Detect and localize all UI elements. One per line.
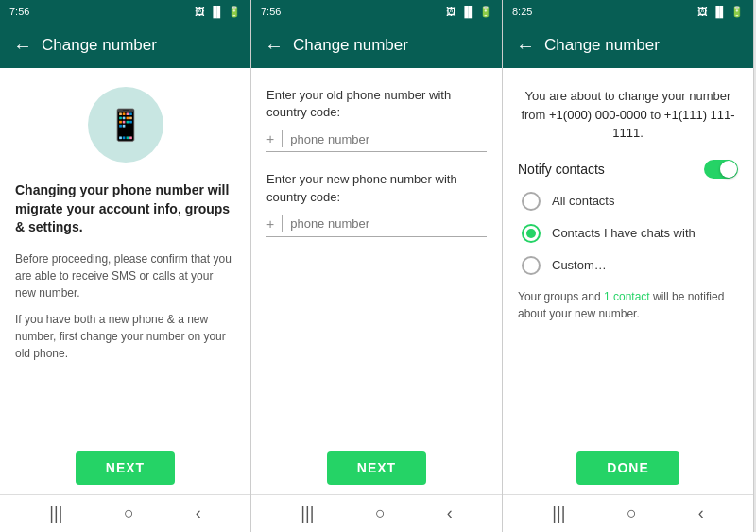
menu-icon-2[interactable]: ||| (301, 504, 314, 523)
next-button-1[interactable]: NEXT (76, 451, 175, 485)
toolbar-title-2: Change number (293, 36, 408, 55)
menu-icon-3[interactable]: ||| (552, 504, 565, 523)
home-icon-3[interactable]: ○ (627, 504, 637, 523)
divider-old (282, 130, 283, 147)
plus-sign-old: + (266, 131, 274, 146)
time-2: 7:56 (261, 6, 281, 17)
new-number-label: Enter your new phone number with country… (266, 171, 487, 205)
change-desc-suffix: . (640, 126, 644, 140)
back-button-1[interactable]: ← (13, 35, 32, 57)
bottom-nav-3: ||| ○ ‹ (503, 494, 753, 532)
content-1: 📱 Changing your phone number will migrat… (0, 68, 250, 494)
radio-all-contacts[interactable]: All contacts (518, 192, 738, 211)
gallery-icon-2: 🖼 (446, 6, 456, 17)
screen-1: 7:56 🖼 ▐▌ 🔋 ← Change number 📱 Changing y… (0, 0, 251, 532)
toolbar-3: ← Change number (503, 23, 753, 68)
back-nav-icon-2[interactable]: ‹ (447, 504, 453, 523)
toolbar-title-1: Change number (42, 36, 157, 55)
status-icons-1: 🖼 ▐▌ 🔋 (195, 6, 241, 18)
new-phone-input[interactable] (290, 216, 487, 231)
phone-icon-circle: 📱 (88, 87, 163, 163)
signal-icon: ▐▌ (209, 6, 224, 17)
screen-3: 8:25 🖼 ▐▌ 🔋 ← Change number You are abou… (503, 0, 754, 532)
time-3: 8:25 (512, 6, 532, 17)
radio-custom[interactable]: Custom… (518, 256, 738, 275)
bottom-nav-2: ||| ○ ‹ (251, 494, 502, 532)
phone-icon: 📱 (107, 107, 145, 143)
main-heading-1: Changing your phone number will migrate … (15, 181, 235, 237)
home-icon-2[interactable]: ○ (375, 504, 386, 523)
radio-label-3: Custom… (552, 258, 607, 272)
next-btn-area-1: NEXT (0, 451, 250, 485)
next-button-2[interactable]: NEXT (327, 451, 426, 485)
toggle-thumb (720, 161, 737, 178)
sub-text-2: If you have both a new phone & a new num… (15, 311, 235, 362)
battery-icon: 🔋 (228, 6, 241, 18)
status-icons-3: 🖼 ▐▌ 🔋 (697, 6, 744, 18)
notify-contacts-row: Notify contacts (518, 160, 738, 179)
menu-icon-1[interactable]: ||| (49, 504, 62, 523)
toolbar-title-3: Change number (544, 36, 660, 55)
toolbar-2: ← Change number (251, 23, 502, 68)
radio-outer-1 (522, 192, 541, 211)
radio-label-1: All contacts (552, 194, 614, 208)
done-button[interactable]: DONE (576, 451, 679, 485)
groups-note: Your groups and 1 contact will be notifi… (518, 288, 738, 322)
radio-label-2: Contacts I have chats with (552, 226, 696, 240)
next-btn-area-2: NEXT (251, 451, 502, 485)
battery-icon-3: 🔋 (730, 6, 744, 18)
content-3: You are about to change your number from… (503, 68, 753, 494)
radio-outer-3 (522, 256, 541, 275)
icon-container-1: 📱 (15, 87, 235, 163)
notify-label: Notify contacts (518, 162, 605, 177)
time-1: 7:56 (9, 6, 29, 17)
status-bar-1: 7:56 🖼 ▐▌ 🔋 (0, 0, 250, 23)
plus-sign-new: + (266, 216, 274, 232)
content-2: Enter your old phone number with country… (251, 68, 502, 494)
old-number-label: Enter your old phone number with country… (266, 87, 487, 121)
status-icons-2: 🖼 ▐▌ 🔋 (446, 6, 492, 18)
change-desc-mid: to (647, 108, 664, 122)
groups-note-pre: Your groups and (518, 290, 604, 303)
back-button-2[interactable]: ← (265, 35, 284, 57)
screen-2: 7:56 🖼 ▐▌ 🔋 ← Change number Enter your o… (251, 0, 503, 532)
radio-outer-2 (522, 224, 541, 243)
signal-icon-2: ▐▌ (460, 6, 475, 17)
contact-link[interactable]: 1 contact (604, 290, 650, 303)
back-nav-icon-3[interactable]: ‹ (698, 504, 704, 523)
back-nav-icon-1[interactable]: ‹ (196, 504, 201, 523)
status-bar-3: 8:25 🖼 ▐▌ 🔋 (503, 0, 753, 23)
home-icon-1[interactable]: ○ (124, 504, 134, 523)
new-phone-input-row: + (266, 215, 487, 237)
bottom-nav-1: ||| ○ ‹ (0, 494, 250, 532)
old-number-display: +1(000) 000-0000 (549, 108, 647, 122)
radio-inner-2 (526, 229, 536, 238)
old-phone-input[interactable] (290, 132, 487, 146)
done-btn-area: DONE (503, 451, 753, 485)
sub-text-1: Before proceeding, please confirm that y… (15, 250, 235, 301)
signal-icon-3: ▐▌ (712, 6, 727, 17)
old-phone-input-row: + (266, 130, 487, 152)
gallery-icon: 🖼 (195, 6, 205, 17)
back-button-3[interactable]: ← (516, 35, 535, 57)
status-bar-2: 7:56 🖼 ▐▌ 🔋 (251, 0, 502, 23)
notify-toggle[interactable] (704, 160, 738, 179)
toolbar-1: ← Change number (0, 23, 250, 68)
battery-icon-2: 🔋 (479, 6, 492, 18)
divider-new (282, 215, 283, 232)
change-description: You are about to change your number from… (518, 87, 738, 143)
radio-chats-contacts[interactable]: Contacts I have chats with (518, 224, 738, 243)
gallery-icon-3: 🖼 (697, 6, 708, 17)
